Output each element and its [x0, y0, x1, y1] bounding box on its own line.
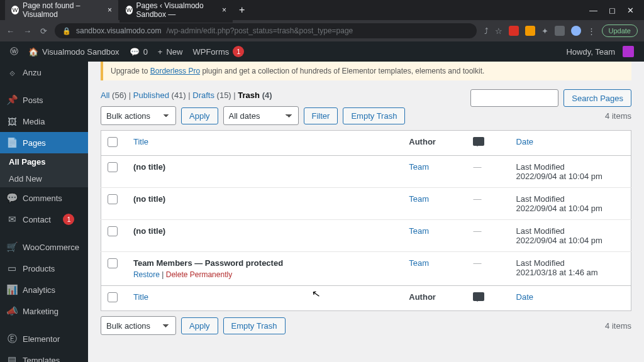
sidebar-item-analytics[interactable]: 📊Analytics	[0, 279, 88, 300]
sidebar-item-products[interactable]: ▭Products	[0, 258, 88, 279]
sidebar-item-marketing[interactable]: 📣Marketing	[0, 300, 88, 322]
close-icon[interactable]: ×	[108, 6, 112, 14]
empty-trash-button[interactable]: Empty Trash	[223, 317, 286, 334]
extension-icon[interactable]	[555, 26, 565, 36]
restore-link[interactable]: Restore	[133, 270, 160, 279]
col-title[interactable]: Title	[133, 292, 148, 302]
notification-badge: 1	[233, 46, 244, 57]
search-pages-button[interactable]: Search Pages	[564, 89, 631, 107]
back-icon[interactable]: ←	[6, 26, 14, 36]
account-link[interactable]: Howdy, Team	[561, 41, 639, 62]
page-title[interactable]: (no title)	[133, 162, 165, 172]
author-link[interactable]: Team	[409, 258, 429, 268]
sidebar-item-woocommerce[interactable]: 🛒WooCommerce	[0, 236, 88, 258]
author-link[interactable]: Team	[409, 162, 429, 172]
wordpress-icon: W	[11, 6, 19, 14]
sidebar-subitem-all-pages[interactable]: All Pages	[0, 153, 88, 170]
row-checkbox[interactable]	[108, 194, 118, 204]
filter-trash[interactable]: Trash (4)	[238, 90, 272, 100]
search-input[interactable]	[470, 89, 558, 107]
sidebar-item-comments[interactable]: 💬Comments	[0, 187, 88, 209]
filter-button[interactable]: Filter	[304, 107, 338, 124]
main-content: Upgrade to Borderless Pro plugin and get…	[88, 62, 644, 362]
filter-drafts[interactable]: Drafts (15)	[192, 90, 231, 100]
wpforms-link[interactable]: WPForms1	[187, 41, 249, 62]
sidebar-item-elementor[interactable]: ⒺElementor	[0, 328, 88, 349]
extension-icon[interactable]	[509, 26, 519, 36]
page-icon: 📄	[6, 137, 18, 148]
new-content-link[interactable]: +New	[153, 41, 188, 62]
page-title[interactable]: Team Members — Password protected	[133, 258, 283, 268]
anzu-icon: ⟐	[6, 67, 18, 78]
row-checkbox[interactable]	[108, 162, 118, 172]
col-author: Author	[402, 131, 467, 156]
window-controls: — ◻ ✕	[589, 6, 639, 15]
sidebar-item-templates[interactable]: ▤Templates	[0, 349, 88, 362]
date-filter-select[interactable]: All dates	[223, 106, 299, 125]
sidebar-item-pages[interactable]: 📄Pages	[0, 132, 88, 153]
col-date[interactable]: Date	[516, 137, 533, 146]
share-icon[interactable]: ⤴	[484, 26, 489, 36]
col-date[interactable]: Date	[516, 292, 533, 302]
site-name-link[interactable]: 🏠Visualmodo Sandbox	[23, 41, 125, 62]
forward-icon[interactable]: →	[23, 26, 31, 36]
templates-icon: ▤	[6, 354, 18, 362]
star-icon[interactable]: ☆	[495, 26, 502, 36]
page-title[interactable]: (no title)	[133, 226, 165, 236]
sidebar-item-media[interactable]: 🖼Media	[0, 111, 88, 132]
menu-icon[interactable]: ⋮	[587, 26, 596, 36]
author-link[interactable]: Team	[409, 194, 429, 204]
apply-button[interactable]: Apply	[181, 107, 218, 124]
wordpress-icon: ⓦ	[10, 46, 18, 57]
bulk-actions-select[interactable]: Bulk actions	[101, 106, 176, 125]
admin-sidebar: ⟐Anzu 📌Posts 🖼Media 📄Pages All Pages Add…	[0, 62, 88, 362]
browser-tab-bar: W Page not found – Visualmod × W Pages ‹…	[0, 0, 644, 20]
author-link[interactable]: Team	[409, 226, 429, 236]
bulk-actions-select[interactable]: Bulk actions	[101, 316, 176, 335]
comments-link[interactable]: 💬0	[125, 41, 153, 62]
row-checkbox[interactable]	[108, 258, 118, 268]
col-title[interactable]: Title	[133, 137, 148, 146]
update-button[interactable]: Update	[602, 25, 638, 37]
sidebar-item-anzu[interactable]: ⟐Anzu	[0, 62, 88, 83]
profile-avatar-icon[interactable]	[571, 26, 581, 36]
close-window-icon[interactable]: ✕	[627, 6, 634, 15]
wp-admin-bar: ⓦ 🏠Visualmodo Sandbox 💬0 +New WPForms1 H…	[0, 41, 644, 62]
extension-icon[interactable]	[525, 26, 535, 36]
comment-icon[interactable]	[473, 292, 484, 301]
tab-title: Pages ‹ Visualmodo Sandbox —	[136, 1, 218, 19]
reload-icon[interactable]: ⟳	[40, 26, 47, 36]
apply-button[interactable]: Apply	[181, 317, 218, 334]
maximize-icon[interactable]: ◻	[609, 6, 616, 15]
sidebar-subitem-add-new[interactable]: Add New	[0, 170, 88, 187]
table-row: (no title) Team — Last Modified2022/09/0…	[101, 156, 631, 188]
url-input[interactable]: 🔒 sandbox.visualmodo.com/wp-admin/edit.p…	[55, 23, 477, 38]
address-bar: ← → ⟳ 🔒 sandbox.visualmodo.com/wp-admin/…	[0, 20, 644, 41]
filter-published[interactable]: Published (41)	[133, 90, 186, 100]
media-icon: 🖼	[6, 116, 18, 127]
comment-icon[interactable]	[473, 137, 484, 146]
browser-tab[interactable]: W Page not found – Visualmod ×	[5, 0, 118, 23]
no-comments: —	[473, 194, 481, 204]
filter-all[interactable]: All (56)	[101, 90, 126, 100]
product-icon: ▭	[6, 263, 18, 274]
sidebar-item-posts[interactable]: 📌Posts	[0, 89, 88, 111]
tab-title: Page not found – Visualmod	[23, 1, 104, 19]
borderless-pro-link[interactable]: Borderless Pro	[150, 67, 200, 75]
wordpress-icon: W	[126, 6, 133, 14]
empty-trash-button[interactable]: Empty Trash	[343, 107, 405, 124]
notification-badge: 1	[63, 214, 74, 225]
close-icon[interactable]: ×	[222, 6, 226, 14]
minimize-icon[interactable]: —	[589, 6, 597, 15]
browser-tab[interactable]: W Pages ‹ Visualmodo Sandbox — ×	[119, 0, 233, 23]
sidebar-item-contact[interactable]: ✉Contact 1	[0, 209, 88, 230]
extensions-icon[interactable]: ✦	[541, 26, 548, 36]
select-all-checkbox[interactable]	[108, 292, 118, 302]
select-all-checkbox[interactable]	[108, 137, 118, 147]
new-tab-button[interactable]: +	[234, 4, 250, 16]
page-title[interactable]: (no title)	[133, 194, 165, 204]
delete-permanently-link[interactable]: Delete Permanently	[166, 270, 232, 279]
table-row: Team Members — Password protected Restor…	[101, 252, 631, 286]
wp-logo[interactable]: ⓦ	[5, 41, 23, 62]
row-checkbox[interactable]	[108, 226, 118, 236]
